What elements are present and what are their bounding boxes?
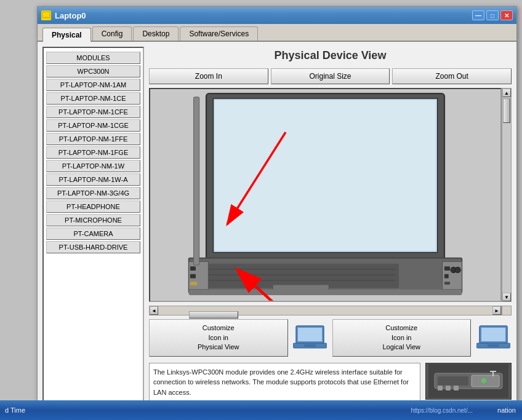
taskbar: d Time https://blog.csdn.net/... nation	[0, 400, 522, 420]
close-button[interactable]: ✕	[500, 10, 513, 20]
laptop-svg-physical	[293, 325, 327, 351]
maximize-button[interactable]: □	[486, 10, 499, 20]
svg-rect-19	[444, 282, 450, 285]
window-icon	[41, 10, 51, 20]
device-view[interactable]	[149, 88, 502, 302]
svg-rect-5	[215, 100, 436, 251]
svg-rect-13	[190, 266, 196, 271]
taskbar-left-label: d Time	[0, 406, 25, 414]
scroll-up-button[interactable]: ▲	[502, 89, 511, 97]
title-bar-buttons: — □ ✕	[472, 10, 513, 20]
module-headphone[interactable]: PT-HEADPHONE	[46, 200, 140, 213]
panel-title: Physical Device View	[149, 47, 512, 65]
svg-rect-29	[298, 328, 322, 341]
description-text: The Linksys-WPC300N module provides one …	[149, 363, 420, 402]
svg-rect-38	[438, 376, 468, 386]
tab-bar: Physical Config Desktop Software/Service…	[38, 24, 516, 42]
customize-physical-line2: Icon in	[209, 334, 228, 341]
scroll-left-button[interactable]: ◄	[150, 306, 158, 315]
module-usb-hard-drive[interactable]: PT-USB-HARD-DRIVE	[46, 241, 140, 253]
svg-rect-23	[189, 290, 462, 295]
module-nm-1ce[interactable]: PT-LAPTOP-NM-1CE	[46, 92, 140, 105]
svg-point-43	[481, 378, 486, 383]
module-nm-1w[interactable]: PT-LAPTOP-NM-1W	[46, 160, 140, 172]
scrollbar-thumb-h[interactable]	[189, 311, 238, 319]
horizontal-scrollbar-row: ◄ ►	[149, 306, 512, 315]
module-nm-3g4g[interactable]: PT-LAPTOP-NM-3G/4G	[46, 187, 140, 199]
main-window: Laptop0 — □ ✕ Physical Config Desktop So…	[37, 6, 517, 410]
scrollbar-track-v[interactable]	[502, 97, 511, 293]
customize-logical-line1: Customize	[385, 324, 417, 331]
tab-physical[interactable]: Physical	[42, 28, 91, 42]
window-title: Laptop0	[55, 11, 86, 20]
module-microphone[interactable]: PT-MICROPHONE	[46, 214, 140, 226]
svg-rect-14	[190, 274, 196, 279]
laptop-svg-logical	[476, 325, 510, 351]
customize-logical-button[interactable]: Customize Icon in Logical View	[332, 319, 472, 356]
original-size-button[interactable]: Original Size	[271, 68, 390, 84]
bottom-controls: Customize Icon in Physical View Customiz…	[149, 319, 512, 356]
module-nm-1w-a[interactable]: PT-LAPTOP-NM-1W-A	[46, 173, 140, 186]
svg-rect-18	[444, 274, 449, 279]
zoom-buttons: Zoom In Original Size Zoom Out	[149, 68, 512, 84]
module-nm-1cge[interactable]: PT-LAPTOP-NM-1CGE	[46, 119, 140, 132]
tab-software-services[interactable]: Software/Services	[180, 26, 258, 41]
svg-rect-17	[444, 266, 450, 271]
tab-desktop[interactable]: Desktop	[133, 26, 179, 41]
customize-logical-line3: Logical View	[382, 343, 420, 351]
module-nm-1am[interactable]: PT-LAPTOP-NM-1AM	[46, 79, 140, 91]
horizontal-scrollbar[interactable]: ◄ ►	[149, 306, 502, 315]
customize-physical-line3: Physical View	[198, 343, 239, 351]
laptop-icon-physical	[292, 324, 329, 352]
svg-rect-31	[304, 344, 316, 347]
module-thumb-svg	[428, 364, 508, 398]
tab-config[interactable]: Config	[92, 26, 132, 41]
module-header: MODULES	[46, 52, 140, 64]
customize-physical-line1: Customize	[203, 324, 235, 331]
taskbar-suffix: nation	[497, 406, 516, 414]
svg-rect-40	[438, 386, 443, 390]
module-wpc300n[interactable]: WPC300N	[46, 65, 140, 77]
scrollbar-thumb-v[interactable]	[503, 98, 510, 123]
svg-rect-15	[190, 282, 197, 285]
module-nm-1ffe[interactable]: PT-LAPTOP-NM-1FFE	[46, 133, 140, 145]
laptop-graphic	[150, 89, 500, 301]
customize-logical-line2: Icon in	[392, 334, 411, 341]
vertical-scrollbar[interactable]: ▲ ▼	[502, 88, 512, 302]
zoom-in-button[interactable]: Zoom In	[149, 68, 268, 84]
laptop-icon-logical	[475, 324, 512, 352]
zoom-out-button[interactable]: Zoom Out	[392, 68, 512, 84]
scroll-right-button[interactable]: ►	[492, 306, 501, 315]
scrollbar-corner	[502, 306, 512, 315]
content-area: MODULES WPC300N PT-LAPTOP-NM-1AM PT-LAPT…	[38, 42, 516, 409]
right-panel: Physical Device View Zoom In Original Si…	[149, 47, 512, 404]
title-bar-left: Laptop0	[41, 10, 86, 20]
module-thumbnail	[425, 363, 512, 400]
description-area: The Linksys-WPC300N module provides one …	[149, 360, 512, 405]
svg-rect-1	[44, 17, 48, 18]
title-bar: Laptop0 — □ ✕	[38, 7, 516, 24]
module-nm-1cfe[interactable]: PT-LAPTOP-NM-1CFE	[46, 106, 140, 118]
device-view-container: ▲ ▼	[149, 88, 512, 302]
taskbar-url: https://blog.csdn.net/...	[411, 407, 473, 414]
svg-rect-41	[446, 386, 451, 390]
modules-panel[interactable]: MODULES WPC300N PT-LAPTOP-NM-1AM PT-LAPT…	[42, 47, 144, 404]
customize-physical-button[interactable]: Customize Icon in Physical View	[149, 319, 288, 356]
svg-rect-33	[481, 328, 505, 341]
minimize-button[interactable]: —	[472, 10, 484, 20]
svg-rect-22	[194, 97, 199, 265]
module-nm-1fge[interactable]: PT-LAPTOP-NM-1FGE	[46, 146, 140, 159]
scroll-down-button[interactable]: ▼	[502, 293, 511, 301]
module-camera[interactable]: PT-CAMERA	[46, 228, 140, 240]
svg-rect-35	[488, 344, 499, 347]
svg-rect-42	[454, 386, 459, 390]
svg-point-21	[455, 267, 460, 272]
